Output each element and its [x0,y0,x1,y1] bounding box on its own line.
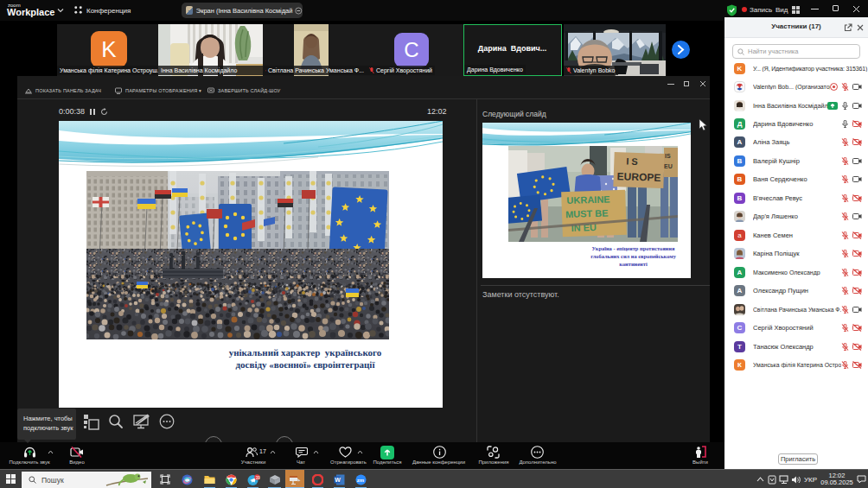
svg-text:39: 39 [256,476,260,480]
svg-text:I S: I S [626,156,638,167]
svg-text:IS: IS [665,153,671,159]
svg-text:EU: EU [664,163,673,169]
svg-text:zm: zm [357,478,364,483]
svg-text:UKRAINE: UKRAINE [566,193,610,206]
svg-text:MUST BE: MUST BE [565,207,609,219]
svg-text:EUROPE: EUROPE [616,170,661,184]
svg-text:W: W [335,477,341,483]
